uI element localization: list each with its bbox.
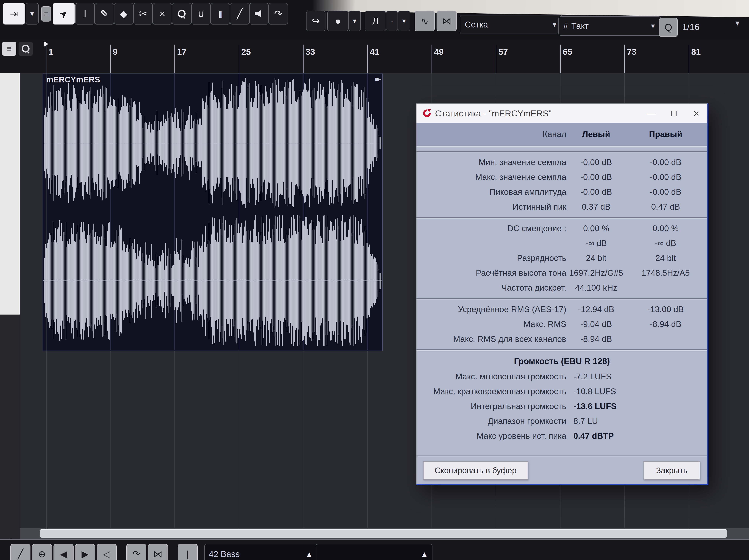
grid-dot-button[interactable]: · [386,11,398,31]
ruler-tick-line [239,45,239,73]
stats-value-left: -∞ dB [569,239,624,248]
range-selection-tool[interactable]: I [76,3,95,24]
stats-label: Диапазон громкости [416,416,569,426]
curve-icon: ↷ [132,549,140,559]
zoom-plus-button[interactable]: ⊕ [32,544,52,560]
stats-value-left: 44.100 kHz [569,283,624,293]
feedback-dropdown[interactable]: ▼ [348,11,361,31]
hand-tool[interactable]: ∪ [191,3,211,24]
editor-display-dropdown[interactable]: ▼ [26,3,39,24]
stats-value: 0.47 dBTP [569,431,672,441]
erase-tool[interactable]: ◆ [114,3,133,24]
object-selection-tool[interactable]: ➤ [53,3,75,24]
ruler-tick-line [624,45,625,73]
stats-label: Макс. RMS для всех каналов [416,334,569,344]
grid-type-button[interactable]: Л [365,11,386,31]
acoustic-feedback-button[interactable]: ● [327,11,348,31]
close-icon: × [693,107,700,119]
quantize-preset-value[interactable]: 1/16 [682,18,700,36]
editor-display-button[interactable]: ⇥ [3,3,25,24]
dialog-titlebar[interactable]: Статистика - "mERCYmERS" — □ × [416,104,707,123]
section-separator [416,151,707,152]
close-dialog-button[interactable]: Закрыть [643,461,700,480]
horizontal-scrollbar-thumb[interactable] [40,529,727,538]
ruler-tick-line [110,45,111,73]
draw-tool[interactable]: ✎ [95,3,114,24]
dialog-footer: Скопировать в буфер Закрыть [416,456,707,484]
audio-event[interactable]: mERCYmERS ▸▸ [43,73,383,351]
play-left-button[interactable]: ◀ [53,544,73,560]
cubase-sample-editor-window: ⇥ ▼ ≡ ➤I✎◆✂×∪|||╱↷ ↪ ● ▼ Л · ▼ ∿ ⋈ [0,0,749,560]
snap-mode-select[interactable]: Сетка ▼ [460,15,562,34]
audition-tool[interactable] [249,3,269,24]
toolbar-options-button[interactable]: ≡ [41,6,51,22]
autoscroll-button[interactable]: ↪ [306,11,325,31]
close-button[interactable]: × [685,104,707,123]
stats-row: Истинный пик0.37 dB0.47 dB [416,199,707,214]
section-separator [416,298,707,299]
event-handles-icon[interactable]: ▸▸ [375,75,379,83]
stats-row: Макс уровень ист. пика0.47 dBTP [416,428,707,443]
track-name-box[interactable]: 42 Bass ▲ [204,544,317,560]
zoom-tool[interactable] [172,3,191,24]
split-tool[interactable]: ✂ [133,3,153,24]
copy-to-clipboard-button[interactable]: Скопировать в буфер [423,461,528,480]
snap-icon: ⋈ [153,549,163,559]
snap-button[interactable]: ⋈ [148,544,168,560]
curve-button[interactable]: ↷ [126,544,146,560]
stats-value-left: 0.00 % [569,224,624,233]
maximize-icon: □ [671,108,677,118]
chevron-down-icon: ▼ [734,19,741,27]
stats-label: Интегральная громкость [416,401,569,411]
left-channel-label: Левый [569,129,624,139]
snap-on-off-button[interactable]: ⋈ [436,11,456,31]
snap-zero-crossing-button[interactable]: ∿ [414,11,435,31]
chevron-down-icon: ▼ [551,21,558,28]
grid-type-icon: Л [372,16,379,26]
ruler-bar-number: 1 [48,47,53,57]
minimize-button[interactable]: — [641,104,663,123]
editor-list-button[interactable]: ≡ [2,42,16,56]
hamburger-icon: ≡ [44,10,48,18]
scrub-tool[interactable]: ↷ [269,3,288,24]
stats-label: Частота дискрет. [416,283,569,293]
quantize-button[interactable]: Q [659,18,678,37]
inspector-panel [0,73,20,315]
audio-event-name: mERCYmERS [46,75,100,84]
channel-header-band: Канал Левый Правый [416,123,707,146]
stats-row: Макс. мгновенная громкость-7.2 LUFS [416,369,707,384]
chevron-down-icon: ▼ [352,18,358,24]
draw-icon: ╱ [18,549,23,559]
up-triangle-icon: ▲ [415,550,428,558]
monitor-button[interactable]: ◁ [97,544,117,560]
stats-row: Разрядность24 bit24 bit [416,251,707,266]
stats-label: Разрядность [416,253,569,263]
cursor-icon: | [187,549,189,559]
play-right-button[interactable]: ▶ [75,544,95,560]
stats-row: Пиковая амплитуда-0.00 dB-0.00 dB [416,184,707,199]
ruler-bar-number: 49 [434,47,444,57]
left-rail-lower [0,315,20,539]
stats-value-right: 0.47 dB [624,202,707,212]
stats-row: DC смещение :0.00 %0.00 % [416,221,707,236]
editor-search-button[interactable] [19,42,33,56]
audition-icon [255,10,263,18]
stats-value: -7.2 LUFS [569,372,672,381]
quantize-preset-dropdown[interactable]: ▼ [734,19,741,27]
stats-row: Частота дискрет.44.100 kHz [416,281,707,295]
line-tool[interactable]: ╱ [230,3,249,24]
ruler-tick-line [367,45,368,73]
maximize-button[interactable]: □ [663,104,685,123]
up-triangle-icon: ▲ [300,550,313,558]
draw-button[interactable]: ╱ [10,544,30,560]
value-box[interactable]: ▲ [316,544,432,560]
mute-tool[interactable]: × [153,3,172,24]
timeline-ruler[interactable]: ≡ 19172533414957657381 [0,39,749,73]
stats-label: Истинный пик [416,202,569,212]
cursor-button[interactable]: | [177,544,198,560]
comp-tool[interactable]: ||| [211,3,230,24]
stats-label: Расчётная высота тона [416,268,569,278]
grid-type-select[interactable]: # Такт ▼ [558,16,661,36]
grid-type-dropdown[interactable]: ▼ [398,11,410,31]
stats-label: Пиковая амплитуда [416,187,569,197]
